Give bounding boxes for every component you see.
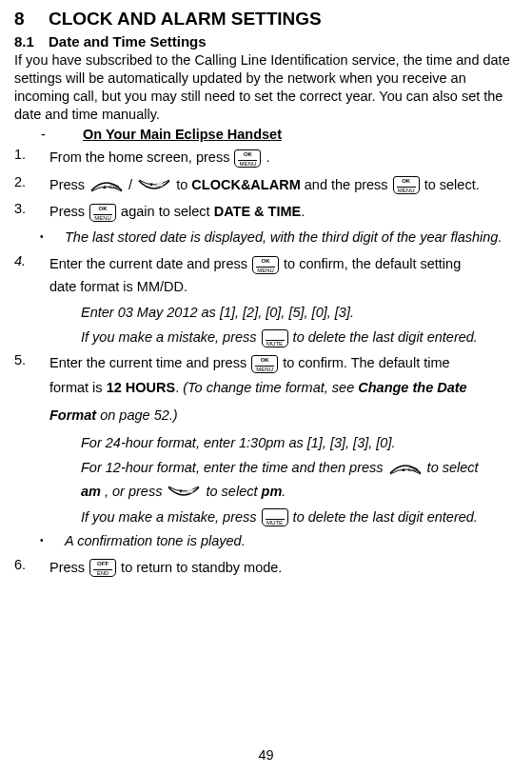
step-text: From the home screen, press OKMENU . — [49, 146, 518, 169]
step-4-continuation: date format is MM/DD. — [14, 275, 518, 298]
date-time-label: DATE & TIME — [214, 204, 302, 219]
ok-menu-key-icon: OKMENU — [89, 204, 116, 222]
step-number: 6. — [14, 556, 49, 574]
dash-bullet: - — [41, 126, 83, 144]
note-text: A confirmation tone is played. — [65, 530, 518, 551]
section-number: 8 — [14, 8, 49, 31]
up-arc-key-icon: ▲ CID — [89, 179, 124, 192]
step-5-continuation-1: format is 12 HOURS. (To change time form… — [14, 374, 518, 402]
step-1: 1. From the home screen, press OKMENU . — [14, 146, 518, 169]
subsection-title: Date and Time Settings — [49, 33, 207, 50]
step-2: 2. Press ▲ CID / ▼ 📖 to CLOCK&ALARM and … — [14, 173, 518, 196]
svg-text:▲ CID: ▲ CID — [102, 184, 120, 189]
change-date-format-ref: Change the Date — [358, 380, 466, 395]
substep-24hour: For 24-hour format, enter 1:30pm as [1],… — [14, 431, 518, 455]
format-ref: Format — [49, 407, 96, 423]
substep-ampm: am , or press ▼ 📖 to select pm. — [14, 480, 518, 504]
note-1: • The last stored date is displayed, wit… — [14, 227, 518, 248]
note-text: The last stored date is displayed, with … — [65, 227, 518, 248]
step-text: Enter the current time and press OKMENU … — [49, 351, 518, 374]
step-text: Press OKMENU again to select DATE & TIME… — [49, 200, 518, 223]
ok-menu-key-icon: OKMENU — [393, 176, 420, 194]
up-arc-key-icon: ▲ CID — [388, 462, 423, 475]
step-number: 2. — [14, 173, 49, 191]
substep-enter-date: Enter 03 May 2012 as [1], [2], [0], [5],… — [14, 301, 518, 325]
step-text: Enter the current date and press OKMENU … — [49, 252, 518, 275]
step-5-continuation-2: Format on page 52.) — [14, 404, 518, 427]
step-number: 3. — [14, 200, 49, 218]
mute-key-icon: MUTE — [262, 508, 288, 526]
bullet-icon: • — [40, 534, 65, 546]
subsection-heading: 8.1Date and Time Settings — [14, 32, 518, 51]
svg-text:▼ 📖: ▼ 📖 — [178, 487, 194, 495]
section-title: CLOCK AND ALARM SETTINGS — [49, 9, 322, 29]
mute-key-icon: MUTE — [262, 329, 288, 347]
ok-menu-key-icon: OKMENU — [252, 256, 279, 274]
bullet-icon: • — [40, 230, 65, 243]
note-2: • A confirmation tone is played. — [14, 530, 518, 551]
intro-paragraph: If you have subscribed to the Calling Li… — [14, 51, 518, 123]
ok-menu-key-icon: OKMENU — [251, 355, 278, 373]
subsection-number: 8.1 — [14, 32, 49, 51]
step-number: 5. — [14, 351, 49, 369]
handset-label: On Your Main Eclipse Handset — [83, 127, 282, 142]
step-3: 3. Press OKMENU again to select DATE & T… — [14, 200, 518, 223]
down-arc-key-icon: ▼ 📖 — [167, 486, 201, 499]
page-heading: 8CLOCK AND ALARM SETTINGS — [14, 8, 518, 31]
step-4: 4. Enter the current date and press OKME… — [14, 252, 518, 275]
page-number: 49 — [0, 746, 532, 764]
ok-menu-key-icon: OKMENU — [234, 149, 261, 168]
substep-mistake-2: If you make a mistake, press MUTE to del… — [14, 506, 518, 529]
svg-text:▼ 📖: ▼ 📖 — [148, 181, 164, 189]
step-text: Press ▲ CID / ▼ 📖 to CLOCK&ALARM and the… — [49, 173, 518, 196]
step-5: 5. Enter the current time and press OKME… — [14, 351, 518, 374]
down-arc-key-icon: ▼ 📖 — [137, 179, 171, 192]
step-number: 1. — [14, 146, 49, 164]
clock-alarm-label: CLOCK&ALARM — [191, 177, 300, 192]
substep-12hour: For 12-hour format, enter the time and t… — [14, 456, 518, 480]
handset-bullet: -On Your Main Eclipse Handset — [14, 126, 518, 144]
svg-text:▲ CID: ▲ CID — [401, 466, 419, 472]
step-text: Press OFFEND to return to standby mode. — [49, 556, 518, 579]
off-end-key-icon: OFFEND — [89, 559, 116, 577]
am-label: am — [81, 484, 101, 499]
pm-label: pm — [262, 484, 283, 499]
step-number: 4. — [14, 252, 49, 270]
twelve-hours-label: 12 HOURS — [107, 380, 176, 395]
substep-mistake-1: If you make a mistake, press MUTE to del… — [14, 326, 518, 349]
step-6: 6. Press OFFEND to return to standby mod… — [14, 556, 518, 579]
